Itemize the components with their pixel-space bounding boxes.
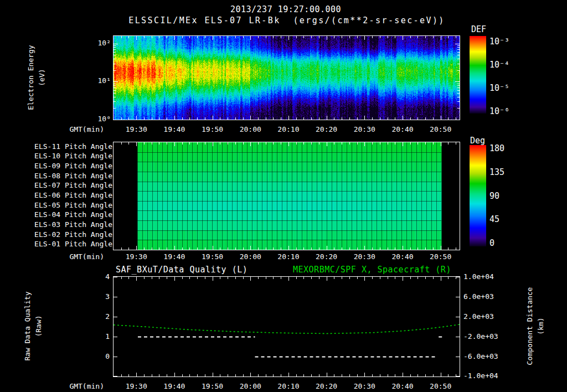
distance-tick-label: 2.0e+03	[463, 312, 494, 321]
time-tick-label: 20:20	[316, 252, 337, 261]
datetime-title: 2013/237 19:27:00.000	[230, 4, 341, 14]
deg-tick-label: 135	[489, 167, 504, 177]
energy-tick-label: 10¹	[87, 76, 111, 85]
deg-colorbar	[470, 145, 486, 246]
quality-panel-title-left: SAF_BXuT/Data Quality (L)	[116, 265, 248, 275]
quality-panel	[113, 276, 460, 377]
time-tick-label: 20:30	[354, 125, 375, 133]
time-tick-label: 20:00	[240, 382, 261, 390]
def-colorbar	[470, 36, 486, 114]
spectrogram-title: ELSSCIL/MEx ELS-07 LR-Bk (ergs/(cm**2-sr…	[128, 16, 445, 25]
time-tick-label: 19:50	[202, 125, 223, 133]
pitch-row-label: ELS-11 Pitch Angle	[32, 142, 112, 151]
time-tick-label: 20:50	[430, 252, 451, 261]
time-tick-label: 20:50	[430, 125, 451, 133]
time-tick-label: 20:30	[354, 252, 375, 261]
time-tick-label: 20:20	[316, 382, 337, 390]
time-tick-label: 20:50	[430, 382, 451, 390]
gmt-axis-label-3: GMT(min)	[55, 382, 104, 390]
pitch-row-label: ELS-07 Pitch Angle	[32, 181, 112, 189]
plot-screen: 2013/237 19:27:00.000 ELSSCIL/MEx ELS-07…	[0, 0, 567, 392]
time-tick-label: 19:50	[202, 382, 223, 390]
time-tick-label: 19:30	[126, 252, 147, 261]
deg-tick-label: 180	[489, 143, 504, 153]
pitch-row-label: ELS-05 Pitch Angle	[32, 201, 112, 209]
pitch-angle-panel	[113, 142, 460, 250]
time-tick-label: 20:40	[391, 382, 413, 390]
time-tick-label: 20:10	[277, 252, 299, 261]
distance-tick-label: -1.0e+04	[463, 372, 498, 380]
quality-tick-label: 2	[93, 312, 110, 321]
quality-tick-label: 4	[93, 272, 110, 281]
time-tick-label: 20:10	[277, 125, 299, 133]
spectrogram-panel	[113, 35, 460, 120]
deg-tick-label: 45	[489, 214, 499, 224]
def-tick-label: 10⁻³	[489, 37, 509, 47]
time-tick-label: 20:30	[354, 382, 375, 390]
spectrogram-canvas	[114, 36, 460, 120]
spectrogram-y-axis-label: Electron Energy (eV)	[25, 45, 48, 110]
time-tick-label: 19:50	[202, 252, 223, 261]
pitch-angle-canvas	[114, 142, 460, 250]
time-tick-label: 20:40	[391, 252, 413, 261]
time-tick-label: 20:40	[391, 125, 413, 133]
def-tick-label: 10⁻⁶	[489, 106, 509, 116]
distance-tick-label: -6.0e+03	[463, 352, 498, 360]
pitch-row-label: ELS-10 Pitch Angle	[32, 152, 112, 160]
def-tick-label: 10⁻⁵	[489, 83, 509, 93]
gmt-axis-label-2: GMT(min)	[55, 252, 104, 261]
time-tick-label: 19:30	[126, 382, 147, 390]
distance-y-axis-label: Component Distance (km)	[524, 287, 547, 365]
energy-tick-label: 10²	[87, 39, 111, 47]
quality-tick-label: 3	[93, 292, 110, 301]
deg-colorbar-label: Deg	[470, 136, 485, 146]
def-colorbar-label: DEF	[471, 24, 486, 34]
pitch-row-label: ELS-08 Pitch Angle	[32, 172, 112, 180]
pitch-row-label: ELS-06 Pitch Angle	[32, 191, 112, 199]
distance-tick-label: 6.0e+03	[463, 292, 494, 301]
quality-tick-label: 1	[93, 332, 110, 341]
pitch-row-label: ELS-01 Pitch Angle	[32, 240, 112, 248]
def-tick-label: 10⁻⁴	[489, 60, 509, 70]
pitch-row-label: ELS-02 Pitch Angle	[32, 230, 112, 239]
time-tick-label: 20:10	[277, 382, 299, 390]
time-tick-label: 20:20	[316, 125, 337, 133]
pitch-row-label: ELS-09 Pitch Angle	[32, 162, 112, 170]
quality-canvas	[114, 277, 460, 376]
time-tick-label: 19:40	[163, 125, 185, 133]
time-tick-label: 19:40	[163, 382, 185, 390]
quality-tick-label: 0	[93, 352, 110, 360]
time-tick-label: 19:40	[163, 252, 185, 261]
deg-tick-label: 0	[489, 238, 494, 248]
time-tick-label: 20:00	[240, 252, 261, 261]
distance-tick-label: 1.0e+04	[463, 272, 494, 281]
gmt-axis-label-1: GMT(min)	[55, 125, 104, 133]
pitch-row-label: ELS-03 Pitch Angle	[32, 220, 112, 229]
time-tick-label: 20:00	[240, 125, 261, 133]
quality-y-axis-label: Raw Data Quality (Raw)	[22, 291, 44, 360]
energy-tick-label: 10⁰	[87, 115, 111, 123]
deg-tick-label: 90	[489, 191, 499, 201]
pitch-row-label: ELS-04 Pitch Angle	[32, 210, 112, 219]
distance-tick-label: -2.0e+03	[463, 332, 498, 341]
time-tick-label: 19:30	[126, 125, 147, 133]
quality-panel-title-right: MEXORBMC/SPF X, Spacecraft (R)	[293, 265, 451, 275]
